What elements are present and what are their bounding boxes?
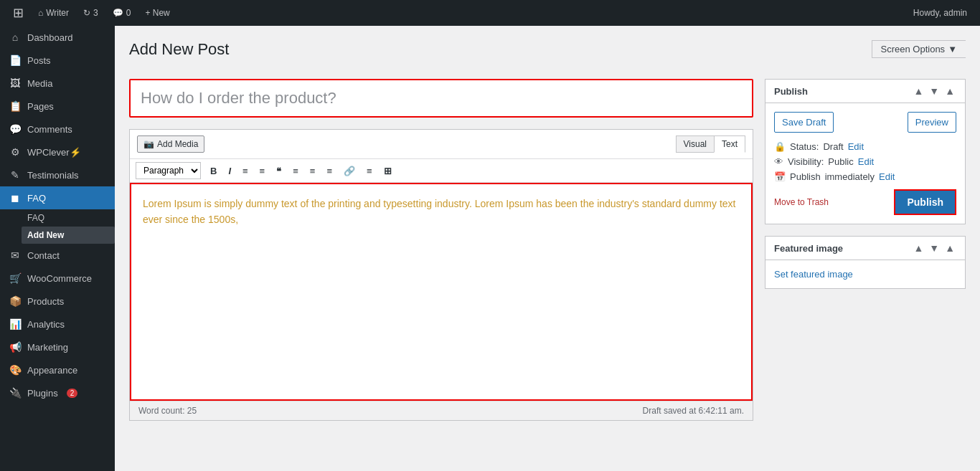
publish-status: 🔒 Status: Draft Edit (774, 141, 956, 152)
wp-logo[interactable]: ⊞ (7, 0, 29, 26)
media-icon: 🖼 (9, 77, 22, 89)
faq-icon: ◼ (9, 192, 22, 204)
publish-button-wrap: Publish (894, 189, 956, 215)
sidebar-item-contact[interactable]: ✉ Contact (0, 244, 115, 267)
featured-panel-toggle[interactable]: ▲ (943, 242, 956, 254)
save-draft-button[interactable]: Save Draft (774, 112, 834, 133)
new-content-link[interactable]: + New (139, 0, 175, 26)
publish-time-edit-link[interactable]: Edit (879, 171, 895, 182)
editor-footer: Word count: 25 Draft saved at 6:42:11 am… (130, 401, 753, 420)
wpclever-icon: ⚙ (9, 146, 22, 158)
sidebar-item-media[interactable]: 🖼 Media (0, 72, 115, 95)
set-featured-image-link[interactable]: Set featured image (774, 269, 853, 280)
sidebar-label-analytics: Analytics (27, 319, 65, 330)
publish-visibility: 👁 Visibility: Public Edit (774, 156, 956, 167)
publish-footer: Move to Trash Publish (774, 189, 956, 215)
tab-text[interactable]: Text (714, 135, 745, 153)
move-to-trash-link[interactable]: Move to Trash (774, 197, 829, 207)
main-content: Add New Post Screen Options ▼ 📷 Add (115, 26, 980, 471)
post-title-input[interactable] (131, 80, 752, 116)
preview-button[interactable]: Preview (908, 112, 956, 133)
sidebar-label-plugins: Plugins (27, 388, 58, 399)
sidebar-panels: Publish ▲ ▼ ▲ Save Draft Preview (765, 79, 966, 421)
appearance-icon: 🎨 (9, 364, 22, 376)
page-title: Add New Post (129, 40, 229, 59)
featured-image-panel-header: Featured image ▲ ▼ ▲ (765, 237, 965, 260)
sidebar-label-comments: Comments (27, 124, 72, 135)
featured-image-panel: Featured image ▲ ▼ ▲ Set featured image (765, 236, 966, 289)
toolbar-align-left[interactable]: ≡ (288, 163, 303, 179)
sidebar-item-products[interactable]: 📦 Products (0, 290, 115, 313)
products-icon: 📦 (9, 295, 22, 307)
featured-panel-collapse-down[interactable]: ▼ (928, 242, 941, 254)
status-edit-link[interactable]: Edit (848, 141, 864, 152)
sidebar-item-comments[interactable]: 💬 Comments (0, 118, 115, 141)
sidebar-label-media: Media (27, 78, 52, 89)
toolbar-more[interactable]: ≡ (362, 163, 377, 179)
sidebar-item-marketing[interactable]: 📢 Marketing (0, 336, 115, 358)
screen-options-arrow: ▼ (948, 44, 957, 54)
sidebar-item-appearance[interactable]: 🎨 Appearance (0, 358, 115, 381)
admin-bar: ⊞ ⌂ Writer ↻ 3 💬 0 + New Howdy, admin (0, 0, 980, 26)
sidebar-item-testimonials[interactable]: ✎ Testimonials (0, 163, 115, 186)
site-name-link[interactable]: ⌂ Writer (32, 0, 75, 26)
new-content-label: + New (145, 8, 169, 18)
toolbar-ol[interactable]: ≡ (255, 163, 270, 179)
toolbar-link[interactable]: 🔗 (339, 163, 360, 179)
sidebar-item-dashboard[interactable]: ⌂ Dashboard (0, 26, 115, 49)
toolbar-ul[interactable]: ≡ (237, 163, 253, 179)
comments-sidebar-icon: 💬 (9, 123, 22, 135)
featured-image-panel-body: Set featured image (765, 260, 965, 288)
publish-time-icon: 📅 (774, 171, 786, 182)
sidebar: ⌂ Dashboard 📄 Posts 🖼 Media 📋 Pages 💬 Co… (0, 26, 115, 471)
sidebar-item-plugins[interactable]: 🔌 Plugins 2 (0, 381, 115, 404)
sidebar-item-pages[interactable]: 📋 Pages (0, 95, 115, 118)
updates-link[interactable]: ↻ 3 (77, 0, 104, 26)
sidebar-label-faq: FAQ (27, 193, 46, 204)
publish-actions: Save Draft Preview (774, 112, 956, 133)
publish-panel-collapse-down[interactable]: ▼ (928, 85, 941, 97)
comments-count: 0 (126, 8, 131, 18)
toolbar-italic[interactable]: I (223, 163, 236, 179)
screen-options-button[interactable]: Screen Options ▼ (872, 40, 966, 58)
contact-icon: ✉ (9, 249, 22, 261)
content-header: Add New Post Screen Options ▼ (129, 40, 966, 70)
publish-panel-toggle[interactable]: ▲ (943, 85, 956, 97)
featured-panel-collapse-up[interactable]: ▲ (912, 242, 925, 254)
status-value: Draft (823, 141, 843, 152)
visibility-edit-link[interactable]: Edit (858, 156, 874, 167)
toolbar-align-center[interactable]: ≡ (305, 163, 321, 179)
toolbar-blockquote[interactable]: ❝ (271, 163, 286, 179)
editor-view-tabs: Visual Text (676, 135, 745, 153)
sidebar-label-testimonials: Testimonials (27, 170, 79, 181)
publish-panel-title: Publish (774, 86, 808, 97)
faq-submenu: FAQ Add New (0, 209, 115, 244)
dashboard-icon: ⌂ (9, 32, 22, 43)
publish-time-label: Publish (790, 171, 821, 182)
format-select[interactable]: Paragraph (136, 162, 201, 179)
add-media-label: Add Media (157, 139, 198, 149)
sidebar-item-posts[interactable]: 📄 Posts (0, 49, 115, 72)
editor-top-bar: 📷 Add Media Visual Text (130, 130, 753, 159)
publish-button[interactable]: Publish (895, 191, 955, 214)
home-icon: ⌂ (38, 8, 43, 18)
toolbar-align-right[interactable]: ≡ (321, 163, 337, 179)
tab-visual[interactable]: Visual (676, 135, 714, 153)
howdy-text: Howdy, admin (908, 8, 973, 18)
comments-link[interactable]: 💬 0 (107, 0, 137, 26)
visibility-label: Visibility: (788, 156, 824, 167)
publish-panel-header: Publish ▲ ▼ ▲ (765, 80, 965, 103)
sidebar-sub-add-new[interactable]: Add New (22, 227, 115, 244)
sidebar-item-analytics[interactable]: 📊 Analytics (0, 313, 115, 336)
sidebar-item-woocommerce[interactable]: 🛒 WooCommerce (0, 267, 115, 290)
editor-body[interactable]: Lorem Ipsum is simply dummy text of the … (131, 184, 751, 399)
site-name: Writer (46, 8, 69, 18)
sidebar-sub-faq[interactable]: FAQ (22, 209, 115, 227)
sidebar-item-wpclever[interactable]: ⚙ WPClever⚡ (0, 141, 115, 163)
sidebar-item-faq[interactable]: ◼ FAQ (0, 186, 115, 209)
publish-panel-collapse-up[interactable]: ▲ (912, 85, 925, 97)
post-editor: 📷 Add Media Visual Text Paragraph B (129, 79, 753, 421)
add-media-button[interactable]: 📷 Add Media (137, 135, 204, 153)
toolbar-table[interactable]: ⊞ (379, 163, 397, 179)
toolbar-bold[interactable]: B (205, 163, 222, 179)
